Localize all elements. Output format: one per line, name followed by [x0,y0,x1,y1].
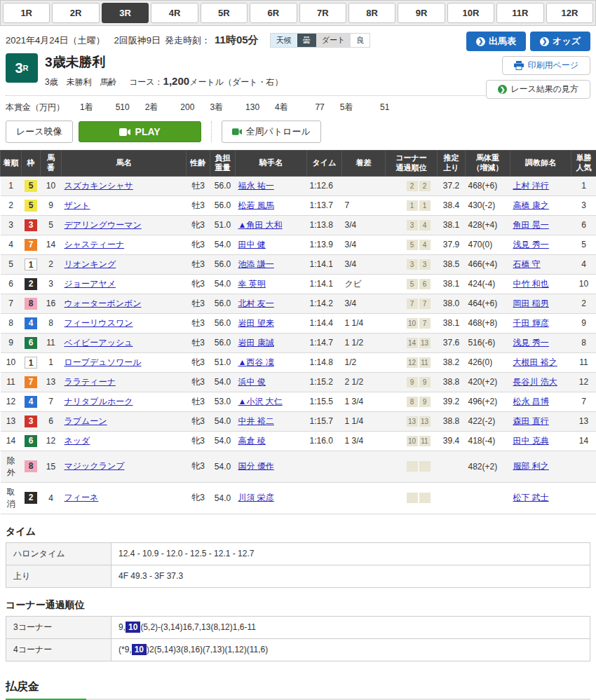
race-tab-8r[interactable]: 8R [348,3,395,23]
win-popularity: 3 [571,195,596,215]
jockey-link[interactable]: 岩田 康誠 [238,338,274,348]
play-button[interactable]: PLAY [79,121,201,142]
race-number-badge: 3R [6,53,38,83]
column-header: 単勝 人気 [571,151,596,177]
jockey-cell: 国分 優作 [236,451,307,482]
jockey-link[interactable]: 高倉 稜 [238,436,266,446]
race-tab-1r[interactable]: 1R [3,3,50,23]
sex-age: 牝3 [187,411,210,431]
patrol-label: 全周パトロール [246,125,311,138]
carried-weight: 53.0 [210,392,236,411]
horse-link[interactable]: ベイビーアッシュ [65,338,133,348]
win-popularity: 2 [571,294,596,313]
horse-link[interactable]: デアリングウーマン [65,220,142,230]
trainer-cell: 大根田 裕之 [510,352,571,372]
horse-link[interactable]: フィーネ [65,493,99,502]
trainer-link[interactable]: 千田 輝彦 [513,318,549,328]
race-tab-2r[interactable]: 2R [52,3,99,23]
trainer-link[interactable]: 松下 武士 [513,493,549,502]
horse-link[interactable]: フィーリウスワン [65,318,133,328]
trainer-link[interactable]: 高橋 康之 [513,200,549,210]
odds-button[interactable]: ❯ オッズ [530,32,590,51]
print-page-button[interactable]: 印刷用ページ [502,56,590,75]
corner-row: 4コーナー(*9,10)2(5,14)3(8,16)(7,13)(1,12)(1… [6,638,590,661]
finish-time: 1:14.1 [307,274,342,294]
horse-link[interactable]: ララティーナ [65,377,116,387]
horse-number: 13 [41,372,62,392]
horse-link[interactable]: シャスティーナ [65,240,125,249]
horse-link[interactable]: ザント [65,200,90,210]
win-popularity: 12 [571,372,596,392]
carried-weight: 54.0 [210,274,236,294]
jockey-link[interactable]: 川須 栄彦 [238,493,274,502]
race-tab-4r[interactable]: 4R [151,3,198,23]
jockey-link[interactable]: 幸 英明 [238,279,266,289]
table-row: 4714シャスティーナ牝354.0田中 健1:13.93/45437.9470(… [1,235,596,254]
horse-link[interactable]: ジョーアヤメ [65,279,116,289]
table-row: 848フィーリウスワン牡356.0岩田 望来1:14.41 1/410738.1… [1,313,596,333]
jockey-link[interactable]: ▲西谷 凜 [238,357,274,367]
race-tab-5r[interactable]: 5R [201,3,248,23]
race-tab-6r[interactable]: 6R [250,3,297,23]
horse-link[interactable]: スズカキンシャサ [65,181,133,191]
horse-link[interactable]: ネッダ [65,436,90,446]
trainer-link[interactable]: 松永 昌博 [513,397,549,406]
entry-table-button[interactable]: ❯ 出馬表 [466,32,526,51]
race-tab-3r[interactable]: 3R [102,3,149,23]
trainer-link[interactable]: 大根田 裕之 [513,357,557,367]
jockey-link[interactable]: ▲角田 大和 [238,220,283,230]
jockey-link[interactable]: 中井 裕二 [238,416,274,426]
race-tab-9r[interactable]: 9R [398,3,445,23]
race-tab-11r[interactable]: 11R [496,3,543,23]
trainer-link[interactable]: 岡田 稲男 [513,298,549,308]
horse-link[interactable]: ウォーターボンボン [65,298,142,308]
jockey-link[interactable]: 福永 祐一 [238,181,274,191]
trainer-link[interactable]: 上村 洋行 [513,181,549,191]
jockey-link[interactable]: ▲小沢 大仁 [238,397,283,406]
race-video-button[interactable]: レース映像 [6,121,73,143]
race-tab-7r[interactable]: 7R [299,3,346,23]
win-popularity: 8 [571,333,596,352]
jockey-link[interactable]: 松若 風馬 [238,200,274,210]
finish-position: 6 [1,274,22,294]
trainer-link[interactable]: 角田 晃一 [513,220,549,230]
horse-link[interactable]: ローブデュソワール [65,357,142,367]
horse-number: 15 [41,451,62,482]
trainer-link[interactable]: 浅見 秀一 [513,338,549,348]
video-camera-icon [232,128,242,135]
jockey-link[interactable]: 北村 友一 [238,298,274,308]
jockey-link[interactable]: 浜中 俊 [238,377,266,387]
horse-link[interactable]: マジックランプ [65,461,125,471]
trainer-link[interactable]: 服部 利之 [513,461,549,471]
horse-name-cell: ララティーナ [62,372,187,392]
trainer-cell: 田中 克典 [510,431,571,451]
time-row: ハロンタイム12.4 - 10.9 - 12.0 - 12.5 - 12.1 -… [6,542,590,565]
trainer-link[interactable]: 中竹 和也 [513,279,549,289]
trainer-link[interactable]: 長谷川 浩大 [513,377,557,387]
jockey-link[interactable]: 国分 優作 [238,461,274,471]
result-guide-button[interactable]: ❯ レース結果の見方 [486,80,590,99]
horse-link[interactable]: ナリタブルホーク [65,397,133,406]
trainer-link[interactable]: 田中 克典 [513,436,549,446]
jockey-link[interactable]: 岩田 望来 [238,318,274,328]
race-tab-10r[interactable]: 10R [447,3,494,23]
jockey-link[interactable]: 池添 謙一 [238,259,274,269]
horse-link[interactable]: ラブムーン [65,416,107,426]
track-type: ダート [316,34,351,47]
corner-row-label: 4コーナー [6,638,111,661]
bracket-cell: 4 [22,392,41,411]
trainer-link[interactable]: 浅見 秀一 [513,240,549,249]
jockey-link[interactable]: 田中 健 [238,240,266,249]
corner-row: 3コーナー9,10(5,2)-(3,14)16,7,13(8,12)1,6-11 [6,616,590,638]
bracket-cell: 2 [22,274,41,294]
patrol-video-button[interactable]: 全周パトロール [222,121,321,143]
race-tab-12r[interactable]: 12R [546,3,593,23]
trainer-link[interactable]: 石橋 守 [513,259,541,269]
horse-number: 7 [41,392,62,411]
race-results-table: 着順枠馬 番馬名性齢負担 重量騎手名タイム着差コーナー 通過順位推定 上り馬体重… [0,150,596,514]
horse-link[interactable]: リオンキング [65,259,116,269]
print-page-label: 印刷用ページ [527,60,578,71]
finish-position: 8 [1,313,22,333]
carried-weight: 56.0 [210,176,236,195]
trainer-link[interactable]: 森田 直行 [513,416,549,426]
